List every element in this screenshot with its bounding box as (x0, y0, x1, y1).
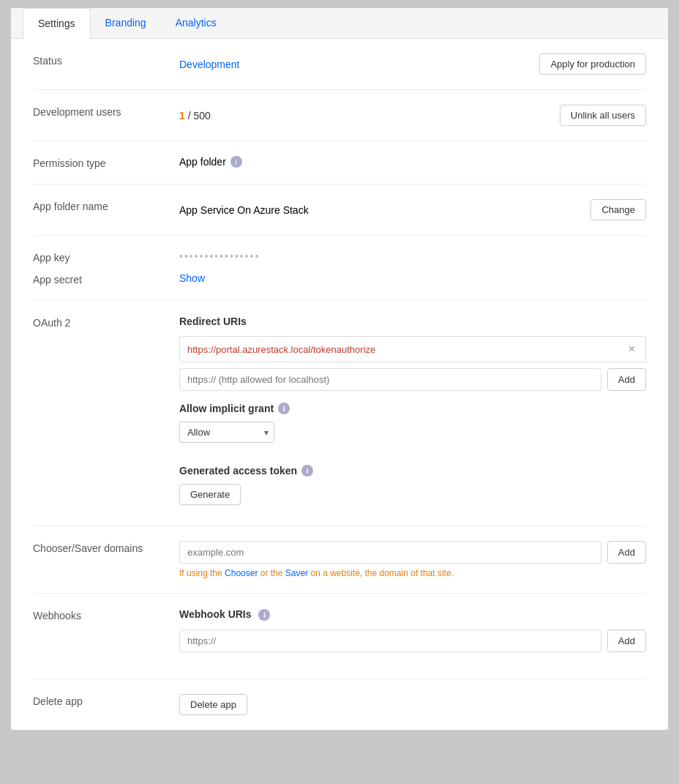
chooser-saver-input[interactable] (179, 541, 601, 564)
webhooks-value-area: Webhook URIs i Add (179, 608, 646, 664)
tab-bar: Settings Branding Analytics (11, 8, 668, 39)
add-uri-button[interactable]: Add (607, 368, 646, 391)
oauth2-value-area: Redirect URIs https://portal.azurestack.… (179, 316, 646, 511)
dev-users-value-area: 1 / 500 Unlink all users (179, 105, 646, 126)
webhook-input-row: Add (179, 630, 646, 652)
add-uri-row: Add (179, 368, 646, 391)
tab-analytics[interactable]: Analytics (161, 8, 231, 39)
status-value-area: Development Apply for production (179, 53, 646, 75)
uri-input[interactable] (179, 368, 601, 391)
chooser-saver-value-area: Add If using the Chooser or the Saver on… (179, 541, 646, 578)
delete-app-row: Delete app Delete app (33, 679, 646, 730)
webhooks-label: Webhooks (33, 608, 179, 621)
add-domain-button[interactable]: Add (607, 541, 646, 564)
saver-link[interactable]: Saver (285, 568, 308, 578)
implicit-grant-select[interactable]: Allow Deny (179, 422, 274, 443)
chooser-saver-label: Chooser/Saver domains (33, 541, 179, 554)
redirect-uri-item: https://portal.azurestack.local/tokenaut… (179, 336, 646, 362)
permission-type-value: App folder (179, 156, 226, 168)
status-label: Status (33, 53, 179, 67)
dev-users-row: Development users 1 / 500 Unlink all use… (33, 90, 646, 141)
domain-input-row: Add (179, 541, 646, 564)
oauth2-row: OAuth 2 Redirect URIs https://portal.azu… (33, 301, 646, 526)
chooser-saver-row: Chooser/Saver domains Add If using the C… (33, 526, 646, 594)
tab-settings[interactable]: Settings (23, 8, 91, 39)
generated-token-info-icon[interactable]: i (301, 465, 313, 477)
app-folder-name-value-area: App Service On Azure Stack Change (179, 199, 646, 220)
delete-app-label: Delete app (33, 694, 179, 707)
app-folder-name-value: App Service On Azure Stack (179, 204, 590, 216)
generate-button[interactable]: Generate (179, 484, 241, 505)
webhook-info-icon[interactable]: i (258, 609, 270, 621)
oauth2-label: OAuth 2 (33, 316, 179, 329)
remove-uri-button[interactable]: × (626, 343, 638, 356)
permission-type-info-icon[interactable]: i (230, 156, 242, 168)
app-window: Settings Branding Analytics Status Devel… (10, 7, 669, 731)
chooser-saver-hint: If using the Chooser or the Saver on a w… (179, 568, 646, 578)
dev-users-label: Development users (33, 105, 179, 118)
app-key-value-area: •••••••••••••••• Show (179, 250, 646, 284)
chooser-link[interactable]: Chooser (225, 568, 258, 578)
permission-type-value-area: App folder i (179, 156, 646, 168)
delete-app-value-area: Delete app (179, 694, 646, 715)
status-row: Status Development Apply for production (33, 39, 646, 90)
generated-token-title: Generated access token (179, 465, 297, 477)
implicit-grant-info-icon[interactable]: i (278, 403, 290, 414)
permission-type-row: Permission type App folder i (33, 141, 646, 184)
apply-for-production-button[interactable]: Apply for production (539, 53, 646, 75)
redirect-uri-text: https://portal.azurestack.local/tokenaut… (187, 344, 626, 355)
status-link[interactable]: Development (179, 59, 240, 70)
webhook-uris-title: Webhook URIs i (179, 608, 646, 621)
implicit-grant-select-wrap: Allow Deny ▾ (179, 422, 274, 443)
app-secret-label: App secret (33, 274, 179, 285)
webhook-input[interactable] (179, 630, 601, 652)
add-webhook-button[interactable]: Add (607, 630, 646, 652)
main-content: Status Development Apply for production … (11, 39, 668, 730)
implicit-grant-title: Allow implicit grant i (179, 403, 646, 414)
dev-users-max: 500 (193, 110, 210, 122)
change-button[interactable]: Change (590, 199, 646, 220)
generated-access-token-section: Generated access token i Generate (179, 465, 646, 505)
redirect-uris-title: Redirect URIs (179, 316, 646, 327)
webhooks-row: Webhooks Webhook URIs i Add (33, 594, 646, 679)
app-key-value: •••••••••••••••• (179, 250, 260, 262)
app-folder-name-label: App folder name (33, 199, 179, 212)
unlink-all-users-button[interactable]: Unlink all users (560, 105, 646, 126)
app-key-secret-row: App key App secret •••••••••••••••• Show (33, 236, 646, 301)
app-folder-name-row: App folder name App Service On Azure Sta… (33, 184, 646, 236)
dev-users-count: 1 (179, 110, 185, 122)
permission-type-label: Permission type (33, 156, 179, 169)
delete-app-button[interactable]: Delete app (179, 694, 247, 715)
app-key-label: App key (33, 252, 179, 264)
app-secret-show-link[interactable]: Show (179, 272, 205, 284)
tab-branding[interactable]: Branding (91, 8, 161, 39)
